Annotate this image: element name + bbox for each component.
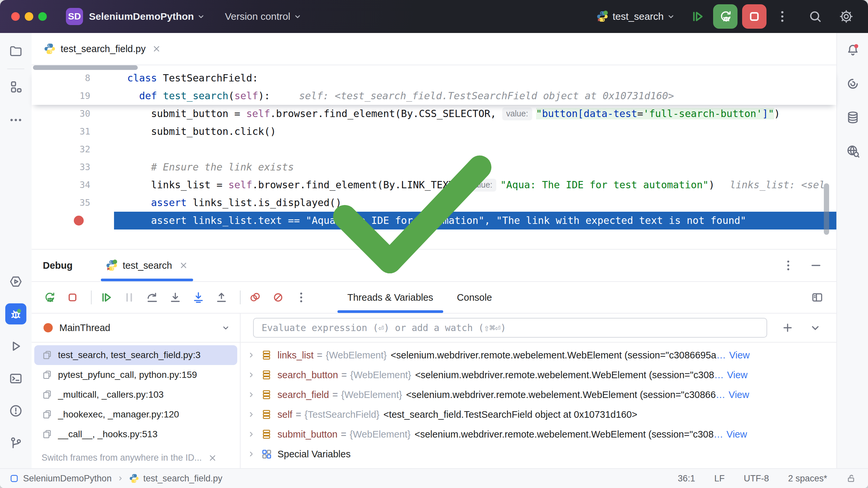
chevron-right-icon[interactable] xyxy=(247,370,256,379)
stack-frame-label: __call__, _hooks.py:513 xyxy=(58,429,157,439)
line-number[interactable]: 8 xyxy=(32,69,114,87)
stop-button[interactable] xyxy=(742,4,767,29)
line-number[interactable]: 19 xyxy=(32,87,114,105)
unlocked-icon[interactable] xyxy=(846,473,856,483)
evaluate-expression-input[interactable] xyxy=(253,318,767,338)
terminal-tool-button[interactable] xyxy=(5,368,26,389)
variable-type: {TestSearchField} xyxy=(305,409,379,420)
close-icon[interactable] xyxy=(208,453,217,463)
breadcrumb-project[interactable]: SeleniumDemoPython xyxy=(23,473,112,484)
code-text: class TestSearchField: xyxy=(114,69,836,87)
frame-icon xyxy=(41,389,53,400)
chevron-down-icon xyxy=(196,12,206,21)
editor-tab-label: test_search_field.py xyxy=(61,44,146,54)
code-line[interactable]: 8class TestSearchField: xyxy=(32,69,836,87)
code-segment: class xyxy=(127,72,157,84)
frames-pane: test_search, test_search_field.py:3pytes… xyxy=(32,343,241,470)
git-icon xyxy=(8,436,23,451)
vcs-menu[interactable]: Version control xyxy=(225,11,290,22)
equals-sign: = xyxy=(296,409,301,420)
variable-type: {WebElement} xyxy=(341,390,402,400)
database-tool-button[interactable] xyxy=(842,107,863,128)
variable-name: submit_button xyxy=(277,429,337,440)
code-segment: TestSearchField: xyxy=(157,72,258,84)
truncation-ellipsis: … xyxy=(714,429,723,440)
chevron-right-icon[interactable] xyxy=(247,430,256,439)
frame-icon xyxy=(41,369,53,380)
view-link[interactable]: View xyxy=(727,370,747,380)
caret-position[interactable]: 36:1 xyxy=(678,473,695,484)
stack-frame-row[interactable]: pytest_pyfunc_call, python.py:159 xyxy=(34,365,237,385)
chevron-down-icon xyxy=(666,12,676,21)
add-watch-button[interactable] xyxy=(781,321,794,334)
special-variables-label: Special Variables xyxy=(277,449,351,460)
indent-setting[interactable]: 2 spaces* xyxy=(788,473,827,484)
divider xyxy=(7,68,24,69)
chevron-right-icon[interactable] xyxy=(247,410,256,419)
stack-frame-row[interactable]: __call__, _hooks.py:513 xyxy=(34,424,237,444)
breadcrumb-file[interactable]: test_search_field.py xyxy=(143,473,222,484)
minimize-window-button[interactable] xyxy=(25,12,33,21)
zoom-window-button[interactable] xyxy=(38,12,47,21)
variable-row[interactable]: search_field={WebElement}<selenium.webdr… xyxy=(241,385,836,405)
special-variables-icon xyxy=(261,449,272,460)
search-everywhere-button[interactable] xyxy=(808,9,823,24)
special-variables-row[interactable]: Special Variables xyxy=(241,444,836,464)
file-encoding[interactable]: UTF-8 xyxy=(744,473,769,484)
titlebar: SD SeleniumDemoPython Version control te… xyxy=(0,0,868,33)
view-link[interactable]: View xyxy=(726,429,747,440)
git-tool-button[interactable] xyxy=(5,433,26,454)
view-link[interactable]: View xyxy=(728,390,749,400)
notifications-tool-button[interactable] xyxy=(842,39,863,61)
frame-icon xyxy=(41,349,53,361)
python-icon xyxy=(43,42,56,55)
variable-row[interactable]: search_button={WebElement}<selenium.webd… xyxy=(241,365,836,385)
variable-row[interactable]: links_list={WebElement}<selenium.webdriv… xyxy=(241,345,836,365)
project-tool-button[interactable] xyxy=(5,40,26,61)
problems-tool-button[interactable] xyxy=(5,400,26,422)
code-segment xyxy=(157,90,163,102)
chevron-right-icon[interactable] xyxy=(247,450,256,459)
notifications-icon xyxy=(845,43,860,57)
editor-tab[interactable]: test_search_field.py xyxy=(43,42,161,55)
chevron-down-icon[interactable] xyxy=(809,321,822,334)
chevron-right-icon xyxy=(116,475,124,482)
web-search-tool-button[interactable] xyxy=(842,141,863,162)
structure-tool-button[interactable] xyxy=(5,77,26,97)
variable-name: search_field xyxy=(277,390,329,400)
view-link[interactable]: View xyxy=(729,350,750,361)
editor-pane[interactable]: test_search_field.py 8class TestSearchFi… xyxy=(32,33,836,249)
variable-row[interactable]: self={TestSearchField}<test_search_field… xyxy=(241,405,836,424)
run-tool-button[interactable] xyxy=(5,336,26,357)
variable-name: links_list xyxy=(277,350,314,361)
code-segment: ): xyxy=(258,90,270,102)
rerun-debug-button[interactable] xyxy=(713,4,738,29)
stack-frame-row[interactable]: _multicall, _callers.py:103 xyxy=(34,385,237,405)
variable-icon xyxy=(261,389,272,400)
close-window-button[interactable] xyxy=(11,12,20,21)
more-actions-button[interactable] xyxy=(775,9,789,24)
code-line[interactable]: 19 def test_search(self):self: <test_sea… xyxy=(32,87,836,105)
variable-type: {WebElement} xyxy=(350,429,411,440)
vertical-scrollbar[interactable] xyxy=(824,183,829,235)
variable-type: {WebElement} xyxy=(326,350,387,361)
project-badge[interactable]: SD xyxy=(66,8,83,25)
project-menu[interactable]: SeleniumDemoPython xyxy=(89,11,194,22)
settings-button[interactable] xyxy=(839,9,854,24)
stack-frame-row[interactable]: test_search, test_search_field.py:3 xyxy=(34,345,237,365)
chevron-right-icon[interactable] xyxy=(247,350,256,360)
problems-icon xyxy=(8,404,23,418)
stack-frame-row[interactable]: _hookexec, _manager.py:120 xyxy=(34,405,237,424)
run-configuration-selector[interactable]: test_search xyxy=(613,11,664,22)
ai-assistant-tool-button[interactable] xyxy=(842,73,863,94)
run-icon xyxy=(8,339,23,353)
close-icon[interactable] xyxy=(152,44,161,54)
code-segment: self xyxy=(234,90,258,102)
resume-button[interactable] xyxy=(690,9,705,24)
line-ending[interactable]: LF xyxy=(714,473,725,484)
statusbar: SeleniumDemoPython test_search_field.py … xyxy=(0,468,868,488)
horizontal-scrollbar[interactable] xyxy=(33,65,138,70)
inspections-ok-icon[interactable] xyxy=(10,104,815,320)
variable-row[interactable]: submit_button={WebElement}<selenium.webd… xyxy=(241,424,836,444)
chevron-right-icon[interactable] xyxy=(247,390,256,399)
